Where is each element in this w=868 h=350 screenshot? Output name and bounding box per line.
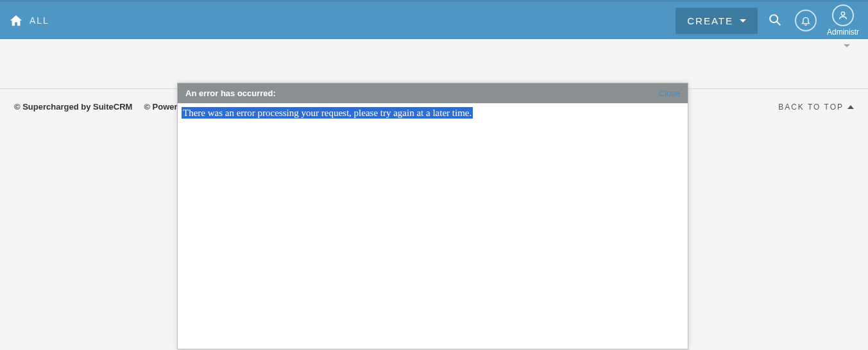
footer-supercharged: © Supercharged by SuiteCRM bbox=[14, 102, 132, 112]
user-icon bbox=[832, 4, 854, 26]
navbar: ALL CREATE Administr bbox=[0, 2, 868, 39]
nav-right: CREATE Administr bbox=[676, 4, 859, 37]
create-button[interactable]: CREATE bbox=[676, 8, 758, 34]
user-label: Administr bbox=[827, 28, 859, 37]
back-to-top-label: BACK TO TOP bbox=[778, 103, 844, 112]
home-nav[interactable]: ALL bbox=[9, 13, 49, 28]
svg-line-1 bbox=[777, 21, 781, 25]
modal-body: There was an error processing your reque… bbox=[178, 103, 688, 349]
modal-title: An error has occurred: bbox=[185, 88, 276, 98]
user-menu[interactable]: Administr bbox=[827, 4, 859, 37]
subbar bbox=[0, 39, 868, 89]
all-label: ALL bbox=[30, 15, 49, 26]
svg-point-2 bbox=[841, 12, 844, 15]
search-icon bbox=[768, 13, 782, 29]
bell-icon bbox=[795, 10, 817, 31]
caret-down-icon bbox=[740, 19, 746, 22]
error-modal: An error has occurred: Close There was a… bbox=[177, 83, 688, 349]
chevron-down-icon[interactable] bbox=[844, 44, 850, 47]
close-button[interactable]: Close bbox=[659, 88, 680, 98]
modal-header: An error has occurred: Close bbox=[178, 83, 688, 103]
chevron-up-icon bbox=[847, 105, 854, 109]
back-to-top[interactable]: BACK TO TOP bbox=[778, 103, 854, 112]
error-message: There was an error processing your reque… bbox=[182, 107, 473, 119]
create-label: CREATE bbox=[687, 15, 733, 26]
search-button[interactable] bbox=[765, 10, 785, 31]
svg-point-0 bbox=[770, 15, 778, 22]
home-icon bbox=[9, 13, 23, 28]
notifications-button[interactable] bbox=[792, 7, 819, 34]
